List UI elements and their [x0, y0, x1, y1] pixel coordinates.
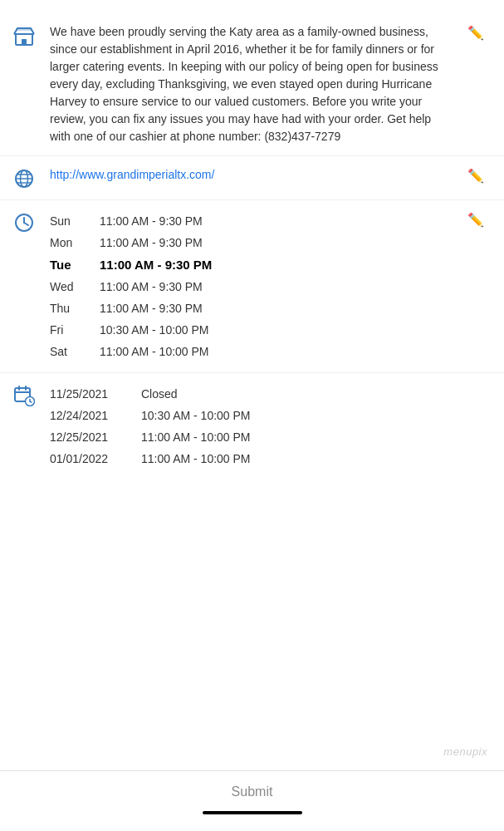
main-content: We have been proudly serving the Katy ar…	[0, 0, 504, 546]
website-section: http://www.grandimperialtx.com/ ✏️	[0, 156, 504, 200]
hours-value: 11:00 AM - 9:30 PM	[100, 302, 203, 315]
hours-day-label: Sat	[50, 345, 100, 358]
special-date-row: 01/01/202211:00 AM - 10:00 PM	[50, 448, 441, 470]
description-section: We have been proudly serving the Katy ar…	[0, 13, 504, 156]
store-icon	[13, 25, 35, 47]
hours-day-label: Tue	[50, 258, 100, 272]
hours-row: Wed11:00 AM - 9:30 PM	[50, 276, 441, 297]
hours-value: 11:00 AM - 9:30 PM	[100, 236, 203, 249]
hours-day-label: Thu	[50, 302, 100, 315]
hours-row: Mon11:00 AM - 9:30 PM	[50, 232, 441, 253]
hours-day-label: Wed	[50, 280, 100, 293]
description-edit-col[interactable]: ✏️	[467, 23, 491, 41]
hours-row: Sun11:00 AM - 9:30 PM	[50, 210, 441, 232]
description-edit-icon[interactable]: ✏️	[467, 25, 484, 41]
description-text: We have been proudly serving the Katy ar…	[50, 23, 441, 145]
hours-day-label: Sun	[50, 214, 100, 228]
special-date-label: 01/01/2022	[50, 452, 141, 465]
calendar-icon-col	[13, 383, 50, 406]
hours-edit-col[interactable]: ✏️	[467, 210, 491, 228]
website-url-col[interactable]: http://www.grandimperialtx.com/	[50, 166, 467, 184]
submit-button[interactable]: Submit	[13, 781, 491, 806]
hours-value: 11:00 AM - 10:00 PM	[100, 345, 209, 358]
hours-row: Fri10:30 AM - 10:00 PM	[50, 319, 441, 341]
special-closed-label: Closed	[141, 387, 178, 401]
hours-row: Sat11:00 AM - 10:00 PM	[50, 341, 441, 362]
hours-row: Tue11:00 AM - 9:30 PM	[50, 253, 441, 276]
hours-day-label: Fri	[50, 323, 100, 337]
hours-value: 11:00 AM - 9:30 PM	[100, 258, 212, 272]
hours-value: 11:00 AM - 9:30 PM	[100, 280, 203, 293]
special-table-col: 11/25/2021Closed12/24/202110:30 AM - 10:…	[50, 383, 467, 470]
home-indicator	[203, 811, 302, 814]
special-date-label: 12/24/2021	[50, 409, 141, 422]
hours-value: 10:30 AM - 10:00 PM	[100, 323, 209, 337]
special-date-label: 12/25/2021	[50, 430, 141, 444]
website-edit-col[interactable]: ✏️	[467, 166, 491, 184]
watermark-text: menupix	[443, 745, 487, 758]
store-icon-col	[13, 23, 50, 47]
hours-table-col: Sun11:00 AM - 9:30 PMMon11:00 AM - 9:30 …	[50, 210, 467, 362]
hours-day-label: Mon	[50, 236, 100, 249]
special-hours-value: 10:30 AM - 10:00 PM	[141, 409, 251, 422]
svg-line-18	[30, 401, 32, 402]
special-date-row: 12/25/202111:00 AM - 10:00 PM	[50, 426, 441, 448]
clock-icon	[13, 212, 35, 234]
bottom-bar: Submit	[0, 770, 504, 831]
hours-row: Thu11:00 AM - 9:30 PM	[50, 297, 441, 319]
hours-section: Sun11:00 AM - 9:30 PMMon11:00 AM - 9:30 …	[0, 200, 504, 373]
website-edit-icon[interactable]: ✏️	[467, 168, 484, 184]
special-dates-section: 11/25/2021Closed12/24/202110:30 AM - 10:…	[0, 373, 504, 479]
globe-icon	[13, 168, 35, 189]
special-date-label: 11/25/2021	[50, 387, 141, 401]
svg-rect-3	[16, 28, 32, 31]
special-hours-value: 11:00 AM - 10:00 PM	[141, 430, 251, 444]
clock-icon-col	[13, 210, 50, 234]
special-hours-value: 11:00 AM - 10:00 PM	[141, 452, 251, 465]
special-edit-col[interactable]	[467, 383, 491, 385]
hours-table: Sun11:00 AM - 9:30 PMMon11:00 AM - 9:30 …	[50, 210, 441, 362]
website-url[interactable]: http://www.grandimperialtx.com/	[50, 168, 214, 181]
hours-value: 11:00 AM - 9:30 PM	[100, 214, 203, 228]
special-table: 11/25/2021Closed12/24/202110:30 AM - 10:…	[50, 383, 441, 470]
svg-rect-1	[22, 39, 27, 45]
hours-edit-icon[interactable]: ✏️	[467, 212, 484, 228]
special-date-row: 12/24/202110:30 AM - 10:00 PM	[50, 405, 441, 426]
globe-icon-col	[13, 166, 50, 189]
description-text-col: We have been proudly serving the Katy ar…	[50, 23, 467, 145]
special-date-row: 11/25/2021Closed	[50, 383, 441, 405]
svg-line-11	[24, 223, 28, 225]
calendar-clock-icon	[13, 385, 35, 406]
